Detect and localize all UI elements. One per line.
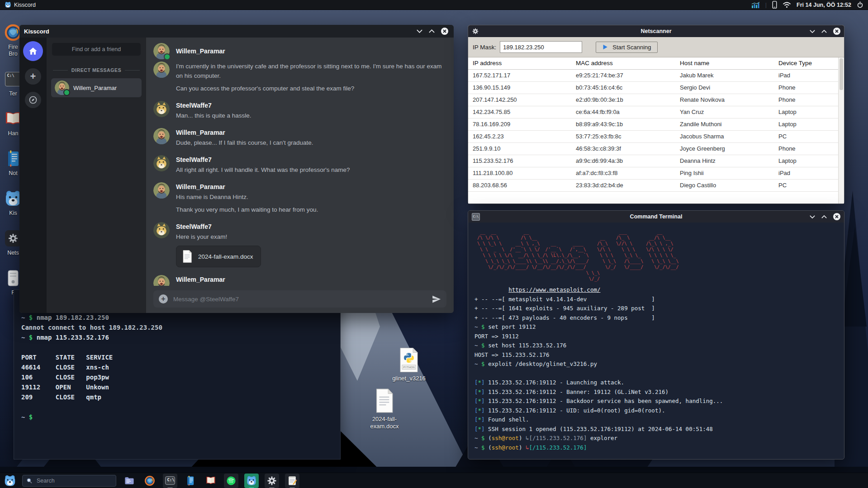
search-icon	[26, 478, 33, 484]
minimize-button[interactable]	[810, 30, 815, 33]
taskbar-app-handbook[interactable]	[204, 474, 218, 488]
message-author: SteelWaffe7	[176, 222, 261, 231]
device-row[interactable]: 207.147.142.250e2:d0:9b:00:3e:1bRenate N…	[468, 94, 844, 106]
message-group: Willem_ParamarHis name is Deanna Hintz.T…	[153, 182, 444, 214]
device-cell: 167.52.171.17	[468, 70, 571, 81]
message-text: Dude I can't believe you!!!! Thank you s…	[176, 285, 321, 286]
taskbar-app-kisscord[interactable]	[244, 474, 259, 488]
add-server-button[interactable]: +	[25, 68, 41, 85]
device-cell: 78.16.169.209	[468, 118, 571, 130]
attachment-chip[interactable]: 2024-fall-exam.docx	[176, 246, 261, 267]
steelwaffe-avatar	[153, 222, 170, 238]
scanner-toolbar: IP Mask: Start Scanning	[468, 37, 844, 57]
close-button[interactable]	[833, 28, 840, 35]
scrollbar-thumb[interactable]	[840, 58, 843, 90]
terminal-line: [*] 115.233.52.176:19112 - Backdoor serv…	[474, 397, 844, 406]
device-cell: 46:58:3c:c8:39:3f	[571, 143, 675, 155]
friend-search-box[interactable]: Find or add a friend	[52, 43, 141, 56]
phone-icon[interactable]	[772, 1, 777, 9]
device-row[interactable]: 111.218.100.80af:a7:dc:f8:c3:f8Ping Ishi…	[468, 167, 844, 180]
device-row[interactable]: 88.203.68.5623:83:3d:d2:b4:deDiego Casti…	[468, 180, 844, 192]
paper-plane-icon	[432, 294, 441, 304]
column-header[interactable]: Host name	[675, 57, 774, 69]
online-status-dot	[63, 89, 70, 96]
device-cell: 136.90.15.149	[468, 82, 571, 94]
explore-button[interactable]	[25, 92, 41, 108]
device-cell: Phone	[774, 143, 844, 155]
network-activity-icon[interactable]	[751, 2, 760, 8]
power-icon[interactable]	[857, 1, 863, 8]
terminal-titlebar[interactable]: C:\ Command Terminal	[468, 211, 844, 223]
message-text: Here is your exam!	[176, 232, 261, 242]
column-header[interactable]: MAC address	[571, 57, 675, 69]
dm-sidebar: Find or add a friend DIRECT MESSAGES Wil…	[47, 38, 146, 313]
willem-avatar	[153, 182, 170, 199]
maximize-button[interactable]	[429, 29, 435, 33]
terminal-line	[21, 402, 340, 412]
willem-avatar	[153, 43, 170, 59]
device-cell: Diego Castillo	[675, 180, 774, 191]
maximize-button[interactable]	[821, 30, 827, 33]
browser-icon	[144, 475, 155, 486]
home-button[interactable]	[23, 41, 43, 61]
message-author: SteelWaffe7	[176, 155, 350, 164]
message-author: Willem_Paramar	[176, 47, 225, 56]
taskbar-app-file-manager[interactable]	[122, 474, 137, 488]
taskbar-app-browser[interactable]	[142, 474, 157, 488]
taskbar-app-notepad[interactable]	[285, 474, 299, 488]
ip-mask-input[interactable]	[500, 41, 582, 53]
dm-item-willem[interactable]: Willem_Paramar	[51, 78, 142, 97]
device-row[interactable]: 78.16.169.209b8:89:a9:43:9c:1bZandile Mu…	[468, 118, 844, 131]
focused-app-name: Kisscord	[14, 2, 36, 8]
taskbar-app-spotify[interactable]	[224, 474, 238, 488]
column-header[interactable]: Device Type	[774, 57, 844, 69]
kisscord-window: Kisscord + Find or add a friend DIRECT M…	[19, 25, 454, 313]
taskbar-search[interactable]	[22, 475, 116, 487]
message-content: Willem_Paramar	[176, 47, 225, 56]
device-cell: Laptop	[774, 118, 844, 130]
message-author: Willem_Paramar	[176, 275, 321, 284]
desktop-file-glinet-script[interactable]: PYTHONglinet_v3216	[384, 347, 434, 382]
terminal-line	[21, 342, 340, 352]
device-row[interactable]: 115.233.52.176a9:9c:d6:99:4a:3bDeanna Hi…	[468, 155, 844, 167]
terminal-line: HOST => 115.233.52.176	[474, 351, 844, 360]
spotify-icon	[226, 475, 237, 486]
device-row[interactable]: 162.45.2.2353:77:25:e3:fb:8cJacobus Shar…	[468, 131, 844, 143]
message-group: I'm currently in the university cafe and…	[153, 62, 444, 93]
nmap-terminal-window[interactable]: ~ $ nmap 189.182.23.250Cannot connect to…	[14, 289, 341, 460]
desktop-file-exam-doc[interactable]: 2024-fall- exam.docx	[360, 388, 409, 430]
wifi-icon[interactable]	[783, 2, 791, 8]
close-button[interactable]	[441, 28, 448, 35]
send-message-button[interactable]	[432, 294, 441, 304]
device-cell: 23:83:3d:d2:b4:de	[571, 180, 675, 191]
taskbar-search-input[interactable]	[36, 477, 112, 484]
taskbar-app-notes[interactable]	[183, 474, 198, 488]
start-scanning-button[interactable]: Start Scanning	[596, 42, 657, 53]
device-row[interactable]: 142.234.75.85ce:6a:44:fb:f9:0aYan CruzLa…	[468, 106, 844, 118]
column-header[interactable]: IP address	[468, 57, 571, 69]
device-cell: Renate Novikova	[675, 94, 774, 106]
message-input-bar[interactable]: +	[153, 290, 446, 308]
message-text: I'm currently in the university cafe and…	[176, 62, 444, 81]
minimize-button[interactable]	[417, 29, 422, 33]
server-rail: +	[19, 38, 47, 313]
table-scrollbar[interactable]	[838, 57, 844, 204]
taskbar-app-settings[interactable]	[265, 474, 279, 488]
maximize-button[interactable]	[821, 215, 827, 218]
attach-file-button[interactable]: +	[159, 294, 168, 303]
dm-username: Willem_Paramar	[73, 85, 117, 91]
netscanner-titlebar[interactable]: Netscanner	[468, 25, 844, 37]
close-button[interactable]	[833, 213, 840, 220]
message-input[interactable]	[172, 295, 427, 303]
device-row[interactable]: 136.90.15.149b0:73:45:16:c4:6cSergio Dev…	[468, 82, 844, 94]
start-button[interactable]	[4, 474, 16, 487]
taskbar-app-terminal[interactable]: C:\	[163, 474, 177, 488]
metasploit-ascii-art: __ __ __ ___ __ /\ \/\ \ /\ \__ __ /\_ \…	[477, 229, 844, 282]
terminal-line: ~ $	[21, 412, 340, 422]
device-row[interactable]: 167.52.171.17e9:25:21:74:be:37Jakub Mare…	[468, 70, 844, 82]
terminal-line: [*] SSH session 1 opened (115.233.52.176…	[474, 425, 844, 434]
terminal-line: [*] 115.233.52.176:19112 - UID: uid=0(ro…	[474, 406, 844, 416]
kisscord-titlebar[interactable]: Kisscord	[19, 25, 454, 38]
minimize-button[interactable]	[810, 215, 815, 218]
device-row[interactable]: 251.9.9.1046:58:3c:c8:39:3fJoyce Greenbe…	[468, 143, 844, 155]
